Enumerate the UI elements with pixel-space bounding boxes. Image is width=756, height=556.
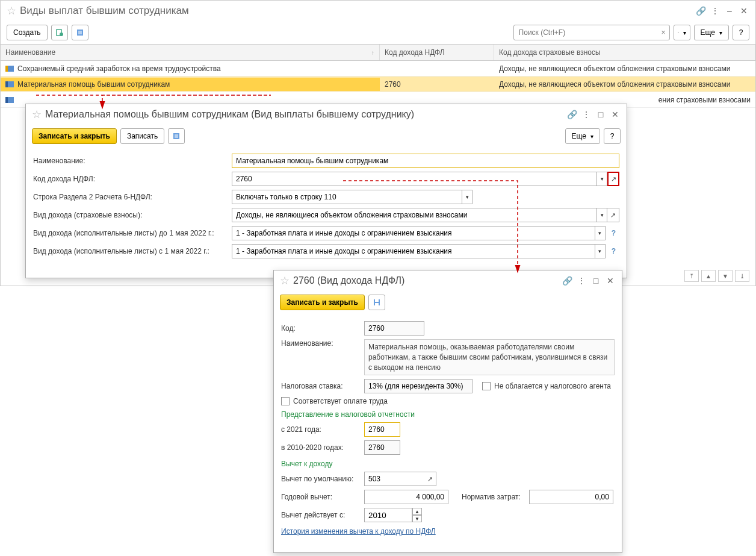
open-button[interactable]: ↗ xyxy=(424,472,436,486)
maximize-icon[interactable]: □ xyxy=(595,109,606,120)
win3-header: ☆ 2760 (Вид дохода НДФЛ) 🔗 ⋮ □ ✕ xyxy=(274,270,622,291)
open-ndfl-button[interactable]: ↗ xyxy=(607,172,619,186)
in2010-input xyxy=(364,440,400,455)
nav-last-icon[interactable]: ⤓ xyxy=(735,270,749,282)
row-icon xyxy=(5,66,14,72)
save-icon-button[interactable] xyxy=(368,295,385,310)
payment-type-window: ☆ Материальная помощь бывшим сотрудникам… xyxy=(25,104,627,278)
field-help-icon[interactable]: ? xyxy=(608,226,619,240)
dropdown-icon[interactable]: ▾ xyxy=(595,226,606,240)
svg-point-1 xyxy=(60,33,63,36)
favorite-star-icon[interactable]: ☆ xyxy=(280,274,290,287)
label-norm: Норматив затрат: xyxy=(462,493,521,501)
not-taxed-label: Не облагается у налогового агента xyxy=(494,382,611,390)
nav-down-icon[interactable]: ▼ xyxy=(718,270,733,282)
main-grid: Наименование↑ Код дохода НДФЛ Код дохода… xyxy=(1,44,755,108)
dropdown-icon[interactable]: ▾ xyxy=(596,208,607,222)
row-icon xyxy=(5,97,14,103)
nav-up-icon[interactable]: ▲ xyxy=(701,270,716,282)
from2021-input[interactable] xyxy=(364,422,400,437)
favorite-star-icon[interactable]: ☆ xyxy=(7,4,16,17)
field-help-icon[interactable]: ? xyxy=(608,244,619,258)
spin-down-icon[interactable]: ▼ xyxy=(412,515,422,522)
link-icon[interactable]: 🔗 xyxy=(566,109,577,120)
history-link[interactable]: История изменения вычета к доходу по НДФ… xyxy=(281,527,436,536)
save-close-button[interactable]: Записать и закрыть xyxy=(280,295,365,310)
svg-rect-13 xyxy=(375,299,379,302)
name-input[interactable] xyxy=(232,154,619,168)
search-button[interactable] xyxy=(674,25,690,40)
corresponds-checkbox[interactable] xyxy=(281,397,290,405)
dropdown-icon[interactable]: ▾ xyxy=(462,190,472,204)
more-menu-icon[interactable]: ⋮ xyxy=(576,275,587,286)
more-menu-icon[interactable]: ⋮ xyxy=(581,109,592,120)
section-deduction: Вычет к доходу xyxy=(281,460,615,468)
more-button[interactable]: Еще xyxy=(565,128,600,144)
more-button[interactable]: Еще xyxy=(694,25,729,40)
validfrom-spinner: ▲▼ xyxy=(364,508,422,522)
annual-input[interactable] xyxy=(364,490,448,504)
label-ndfl: Код дохода НДФЛ: xyxy=(33,175,227,183)
create-button[interactable]: Создать xyxy=(7,25,48,40)
close-icon[interactable]: ✕ xyxy=(739,5,749,16)
main-title: Виды выплат бывшим сотрудникам xyxy=(20,5,692,17)
row6-input[interactable] xyxy=(232,190,462,204)
open-button[interactable]: ↗ xyxy=(607,208,619,222)
column-ndfl[interactable]: Код дохода НДФЛ xyxy=(380,45,494,60)
label-exec-before: Вид дохода (исполнительные листы) до 1 м… xyxy=(33,229,227,237)
label-code: Код: xyxy=(281,324,359,333)
label-deduction: Вычет по умолчанию: xyxy=(281,475,359,483)
label-rate: Налоговая ставка: xyxy=(281,382,359,390)
help-button[interactable]: ? xyxy=(604,128,621,144)
section-reporting: Представление в налоговой отчетности xyxy=(281,410,615,419)
help-button[interactable]: ? xyxy=(733,25,749,40)
close-icon[interactable]: ✕ xyxy=(610,109,621,120)
exec-before-input[interactable] xyxy=(232,226,595,240)
rate-input xyxy=(364,379,472,393)
not-taxed-checkbox[interactable] xyxy=(482,382,491,390)
label-annual: Годовой вычет: xyxy=(281,493,359,501)
list-button[interactable] xyxy=(72,25,88,40)
row-icon xyxy=(5,81,14,87)
validfrom-input[interactable] xyxy=(364,508,412,522)
column-name[interactable]: Наименование↑ xyxy=(1,45,380,60)
list-icon xyxy=(172,132,181,140)
maximize-icon[interactable]: □ xyxy=(590,275,601,286)
close-icon[interactable]: ✕ xyxy=(605,275,616,286)
table-row[interactable]: Сохраняемый средний заработок на время т… xyxy=(1,61,755,77)
deduction-input[interactable] xyxy=(364,472,424,486)
list-button[interactable] xyxy=(168,128,185,144)
sort-asc-icon: ↑ xyxy=(371,49,374,56)
corresponds-label: Соответствует оплате труда xyxy=(293,397,388,405)
win2-form: Наименование: Код дохода НДФЛ: ▾ ↗ Строк… xyxy=(26,148,627,264)
spin-up-icon[interactable]: ▲ xyxy=(412,508,422,515)
link-icon[interactable]: 🔗 xyxy=(562,275,572,286)
copy-button[interactable] xyxy=(51,25,68,40)
code-input xyxy=(364,321,424,336)
link-icon[interactable]: 🔗 xyxy=(695,5,706,16)
win3-toolbar: Записать и закрыть xyxy=(274,291,622,314)
win2-toolbar: Записать и закрыть Записать Еще ? xyxy=(26,125,627,148)
save-close-button[interactable]: Записать и закрыть xyxy=(32,128,117,144)
svg-line-7 xyxy=(678,33,679,33)
copy-icon xyxy=(55,28,64,37)
column-insurance[interactable]: Код дохода страховые взносы xyxy=(494,45,755,60)
more-menu-icon[interactable]: ⋮ xyxy=(710,5,720,16)
search-clear-icon[interactable]: × xyxy=(658,28,669,37)
label-in2010: в 2010-2020 годах: xyxy=(281,443,359,452)
table-row[interactable]: Материальная помощь бывшим сотрудникам 2… xyxy=(1,77,755,92)
save-button[interactable]: Записать xyxy=(120,128,164,144)
insurance-input[interactable] xyxy=(232,208,596,222)
norm-input[interactable] xyxy=(529,490,613,504)
favorite-star-icon[interactable]: ☆ xyxy=(32,108,42,121)
dropdown-icon[interactable]: ▾ xyxy=(595,244,606,258)
ndfl-input[interactable] xyxy=(232,172,596,186)
label-insurance: Вид дохода (страховые взносы): xyxy=(33,211,227,219)
exec-after-input[interactable] xyxy=(232,244,595,258)
label-row6: Строка Раздела 2 Расчета 6-НДФЛ: xyxy=(33,193,227,201)
win2-title: Материальная помощь бывшим сотрудникам (… xyxy=(45,109,563,120)
search-input[interactable] xyxy=(514,28,658,37)
dropdown-icon[interactable]: ▾ xyxy=(596,172,607,186)
minimize-icon[interactable]: – xyxy=(724,5,735,16)
nav-first-icon[interactable]: ⤒ xyxy=(684,270,699,282)
